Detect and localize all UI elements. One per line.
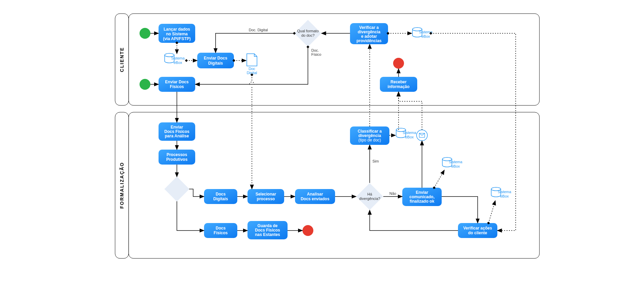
- task-enviar-fisicos-analise: Enviar Docs Físicos para Análise: [159, 122, 195, 141]
- svg-text:Selecionar: Selecionar: [255, 192, 276, 197]
- svg-text:Há: Há: [367, 192, 372, 196]
- task-selecionar-processo: Selecionar processo: [247, 189, 284, 204]
- task-lancar-dados: Lançar dados no Sistema (via API/FSTP): [159, 24, 195, 43]
- svg-text:Doc. Digital: Doc. Digital: [249, 28, 268, 32]
- svg-text:para Análise: para Análise: [165, 134, 189, 138]
- svg-text:Sistema: Sistema: [498, 190, 512, 194]
- svg-text:Digitais: Digitais: [208, 61, 223, 66]
- message-event: [417, 130, 427, 141]
- svg-text:do doc?: do doc?: [301, 33, 314, 37]
- svg-text:nas Estantes: nas Estantes: [255, 232, 280, 237]
- task-analisar: Analisar Docs enviados: [295, 189, 335, 204]
- svg-text:divergência: divergência: [357, 30, 380, 34]
- svg-text:Classificar a: Classificar a: [357, 129, 382, 134]
- svg-text:Produtivos: Produtivos: [166, 157, 187, 162]
- svg-text:Físicos: Físicos: [170, 84, 184, 89]
- svg-text:Físicos: Físicos: [214, 231, 228, 235]
- svg-text:providências: providências: [356, 38, 381, 43]
- task-enviar-comunicado: Enviar comunicado, finalizado ok: [402, 188, 442, 206]
- bpmn-diagram: CLIENTE FORMALIZAÇÃO Lançar dados no Sis…: [57, 0, 587, 299]
- svg-text:(tipo de doc): (tipo de doc): [358, 138, 381, 142]
- svg-text:eBox: eBox: [451, 164, 460, 168]
- svg-text:processo: processo: [257, 197, 275, 201]
- svg-text:comunicado,: comunicado,: [409, 194, 434, 199]
- task-verificar-acoes: Verificar ações do cliente: [458, 223, 497, 238]
- svg-text:Docs: Docs: [216, 192, 226, 197]
- svg-text:Enviar Docs: Enviar Docs: [165, 80, 189, 84]
- svg-text:Doc: Doc: [249, 67, 255, 71]
- svg-text:Digital: Digital: [246, 71, 257, 75]
- start-event-2: [140, 79, 150, 90]
- svg-text:Sistema: Sistema: [419, 30, 433, 34]
- svg-text:Sistema: Sistema: [171, 56, 185, 60]
- task-verificar-divergencia: Verificar a divergência e adotar providê…: [350, 23, 388, 44]
- svg-text:eBox: eBox: [500, 194, 509, 198]
- svg-text:Doc.: Doc.: [311, 48, 319, 52]
- svg-text:e adotar: e adotar: [361, 34, 377, 39]
- svg-text:informação: informação: [387, 84, 409, 89]
- end-event-guarda: [302, 225, 313, 236]
- svg-text:divergência?: divergência?: [359, 197, 380, 201]
- svg-text:Sistema: Sistema: [403, 131, 417, 135]
- svg-text:Enviar Docs: Enviar Docs: [204, 56, 227, 61]
- task-guarda: Guarda de Docs Físicos nas Estantes: [247, 221, 288, 239]
- svg-text:Enviar: Enviar: [170, 125, 183, 130]
- task-receber-info: Receber informação: [380, 77, 417, 92]
- svg-text:divergência: divergência: [358, 133, 381, 138]
- svg-text:Verificar ações: Verificar ações: [463, 226, 492, 231]
- svg-text:Processos: Processos: [166, 152, 187, 157]
- svg-text:Receber: Receber: [390, 80, 407, 84]
- svg-text:do cliente: do cliente: [468, 231, 487, 235]
- svg-text:finalizado ok: finalizado ok: [409, 199, 434, 204]
- svg-text:Não: Não: [389, 191, 396, 196]
- svg-text:Sim: Sim: [372, 159, 379, 163]
- svg-text:eBox: eBox: [421, 34, 430, 38]
- start-event-1: [140, 28, 150, 39]
- svg-text:Sistema: Sistema: [449, 160, 463, 164]
- svg-text:eBox: eBox: [405, 135, 414, 139]
- svg-text:eBox: eBox: [173, 61, 182, 65]
- svg-text:FORMALIZAÇÃO: FORMALIZAÇÃO: [119, 162, 125, 209]
- svg-text:Enviar: Enviar: [416, 190, 428, 195]
- task-processos-produtivos: Processos Produtivos: [159, 150, 195, 165]
- end-event-cliente: [393, 58, 404, 69]
- svg-text:Qual formato: Qual formato: [297, 29, 319, 33]
- svg-text:Analisar: Analisar: [307, 192, 323, 197]
- svg-text:Físico: Físico: [311, 52, 321, 56]
- svg-text:Verificar a: Verificar a: [359, 25, 379, 30]
- task-enviar-digitais: Enviar Docs Digitais: [197, 53, 234, 68]
- svg-text:no Sistema: no Sistema: [166, 32, 187, 36]
- svg-text:Docs: Docs: [216, 226, 226, 231]
- svg-text:Docs enviados: Docs enviados: [300, 197, 329, 201]
- svg-text:CLIENTE: CLIENTE: [119, 47, 125, 72]
- svg-text:Docs Físicos: Docs Físicos: [164, 129, 189, 134]
- svg-text:Lançar dados: Lançar dados: [163, 27, 190, 32]
- task-docs-fisicos: Docs Físicos: [204, 223, 237, 238]
- svg-text:(via API/FSTP): (via API/FSTP): [163, 36, 191, 41]
- svg-text:Digitais: Digitais: [213, 197, 228, 201]
- task-docs-digitais: Docs Digitais: [204, 189, 237, 204]
- svg-text:Docs Físicos: Docs Físicos: [255, 228, 280, 233]
- task-enviar-fisicos: Enviar Docs Físicos: [159, 77, 195, 92]
- svg-rect-14: [197, 53, 234, 68]
- task-classificar: Classificar a divergência (tipo de doc): [350, 126, 389, 145]
- svg-text:Guarda de: Guarda de: [257, 223, 278, 228]
